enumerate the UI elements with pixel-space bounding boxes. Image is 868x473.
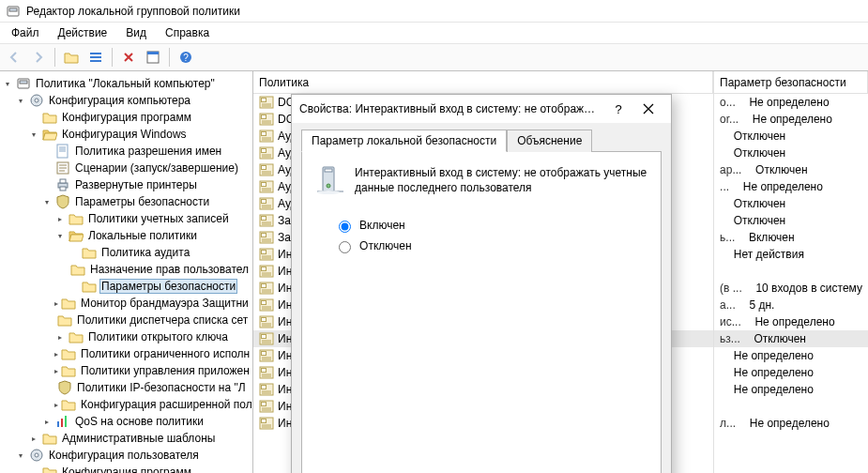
expander-icon[interactable]: ▾ <box>54 230 66 241</box>
expander-icon[interactable]: ▸ <box>54 298 58 309</box>
help-toolbar-button[interactable]: ? <box>175 47 196 68</box>
dialog-close-button[interactable] <box>633 96 663 122</box>
expander-icon[interactable]: ▸ <box>54 331 66 343</box>
expander-icon[interactable]: ▾ <box>15 95 26 106</box>
list-row[interactable]: а... 5 дн. <box>714 297 868 313</box>
dialog-tabstrip: Параметр локальной безопасности Объяснен… <box>301 129 662 151</box>
radio-enabled[interactable] <box>339 221 351 233</box>
up-button[interactable] <box>61 47 82 68</box>
expander-icon[interactable]: ▸ <box>41 416 53 427</box>
menu-action[interactable]: Действие <box>51 24 115 41</box>
nav-forward-button[interactable] <box>28 47 49 68</box>
list-row[interactable]: ьз... Отключен <box>714 330 868 347</box>
tab-local-security[interactable]: Параметр локальной безопасности <box>301 130 507 152</box>
list-row[interactable]: Отключен <box>714 195 868 212</box>
menu-view[interactable]: Вид <box>118 24 154 41</box>
tree-admin-templates[interactable]: ▸ Административные шаблоны <box>2 430 251 447</box>
expander-icon[interactable]: ▾ <box>15 450 26 461</box>
tree-restricted[interactable]: ▸ Политики ограниченного исполн <box>2 345 251 362</box>
list-cell-trail: ьз... <box>720 332 740 345</box>
list-row[interactable]: Отключен <box>714 128 868 145</box>
tree-comp-config[interactable]: ▾ Конфигурация компьютера <box>2 92 251 109</box>
tree-pane[interactable]: ▾ Политика "Локальный компьютер" ▾ Конфи… <box>0 71 253 473</box>
expander-icon[interactable]: ▸ <box>28 433 39 444</box>
radio-disabled-row[interactable]: Отключен <box>334 238 647 253</box>
list-row[interactable] <box>714 263 868 280</box>
list-row[interactable]: ис... Не определено <box>714 313 868 330</box>
tree-user-rights[interactable]: Назначение прав пользовател <box>2 261 251 278</box>
list-row[interactable]: Нет действия <box>714 246 868 263</box>
radio-enabled-row[interactable]: Включен <box>334 218 647 233</box>
tree-ipsec[interactable]: Политики IP-безопасности на "Л <box>2 379 251 396</box>
expander-icon[interactable]: ▸ <box>54 213 66 224</box>
dialog-tabpage: Интерактивный вход в систему: не отображ… <box>301 151 662 473</box>
tree-pubkey[interactable]: ▸ Политики открытого ключа <box>2 328 251 345</box>
tree-advaudit[interactable]: ▸ Конфигурация расширенной пол <box>2 396 251 413</box>
properties-button[interactable] <box>143 47 163 68</box>
policy-item-icon <box>259 314 274 329</box>
list-row[interactable]: Не определено <box>714 364 868 381</box>
list-row[interactable] <box>714 398 868 415</box>
list-cell-value: Отключен <box>734 146 786 160</box>
tree-appctrl[interactable]: ▸ Политики управления приложен <box>2 362 251 379</box>
tree-local-policies[interactable]: ▾ Локальные политики <box>2 227 251 244</box>
expander-icon[interactable]: ▸ <box>54 365 58 376</box>
list-row[interactable]: Не определено <box>714 381 868 398</box>
tree-root[interactable]: ▾ Политика "Локальный компьютер" <box>2 75 251 92</box>
expander-icon[interactable]: ▾ <box>28 129 39 140</box>
policy-item-icon <box>259 129 274 144</box>
policy-full-name: Интерактивный вход в систему: не отображ… <box>355 165 647 195</box>
list-row[interactable]: Отключен <box>714 145 868 161</box>
tree-security-options[interactable]: Параметры безопасности <box>2 278 251 295</box>
nav-back-button[interactable] <box>4 47 24 68</box>
tree-audit-policy[interactable]: Политика аудита <box>2 244 251 261</box>
tree-qos[interactable]: ▸ QoS на основе политики <box>2 413 251 430</box>
delete-button[interactable] <box>118 47 139 68</box>
dialog-help-button[interactable]: ? <box>603 96 633 122</box>
value-list[interactable]: o... Не определеноor... Не определено От… <box>714 94 868 432</box>
expander-icon[interactable]: ▸ <box>54 399 58 410</box>
tree-printers[interactable]: Развернутые принтеры <box>2 176 251 193</box>
expander-icon[interactable]: ▾ <box>41 196 53 207</box>
list-row[interactable]: ... Не определено <box>714 178 868 195</box>
expander-icon[interactable]: ▸ <box>54 348 58 359</box>
list-cell-value: 10 входов в систему <box>755 282 862 295</box>
tree-user-config[interactable]: ▾ Конфигурация пользователя <box>2 447 251 464</box>
list-row[interactable]: Не определено <box>714 347 868 364</box>
tree-security-params[interactable]: ▾ Параметры безопасности <box>2 193 251 210</box>
list-row[interactable]: o... Не определено <box>714 94 868 111</box>
policy-item-icon <box>259 145 274 160</box>
tree-netlist[interactable]: Политики диспетчера списка сет <box>2 312 251 328</box>
tree-soft-config-user[interactable]: Конфигурация программ <box>2 464 251 473</box>
list-pane: Политика DCODCOАудиАудиАудиАудиАудиЗавеЗ… <box>253 71 868 473</box>
menu-file[interactable]: Файл <box>4 24 47 41</box>
tree-win-config[interactable]: ▾ Конфигурация Windows <box>2 126 251 143</box>
expander-icon[interactable]: ▾ <box>2 78 13 89</box>
policy-item-icon <box>259 365 274 380</box>
tab-explain[interactable]: Объяснение <box>507 130 592 152</box>
policy-item-icon <box>259 399 274 414</box>
tree-account-policies[interactable]: ▸ Политики учетных записей <box>2 210 251 227</box>
menu-help[interactable]: Справка <box>158 24 217 41</box>
tree-scripts[interactable]: Сценарии (запуск/завершение) <box>2 160 251 176</box>
column-header-policy[interactable]: Политика <box>253 71 713 94</box>
view-list-button[interactable] <box>85 47 106 68</box>
column-header-param[interactable]: Параметр безопасности <box>714 71 868 94</box>
list-cell-trail: ис... <box>720 315 741 328</box>
list-cell-value: Не определено <box>743 180 823 193</box>
list-row[interactable]: (в ... 10 входов в систему <box>714 280 868 297</box>
list-row[interactable]: Отключен <box>714 212 868 229</box>
list-row[interactable]: or... Не определено <box>714 111 868 128</box>
tree-firewall-monitor[interactable]: ▸ Монитор брандмауэра Защитни <box>2 295 251 312</box>
list-row[interactable]: ь... Включен <box>714 229 868 246</box>
list-row[interactable]: л... Не определено <box>714 415 868 432</box>
list-cell-value: 5 дн. <box>749 298 774 312</box>
app-icon <box>6 4 21 19</box>
radio-disabled[interactable] <box>339 241 351 253</box>
svg-rect-23 <box>90 53 101 54</box>
tree-soft-config[interactable]: Конфигурация программ <box>2 109 251 126</box>
tree-name-resolution[interactable]: Политика разрешения имен <box>2 143 251 160</box>
list-row[interactable]: ар... Отключен <box>714 161 868 178</box>
dialog-titlebar[interactable]: Свойства: Интерактивный вход в систему: … <box>292 95 671 123</box>
radio-disabled-label: Отключен <box>359 239 412 252</box>
